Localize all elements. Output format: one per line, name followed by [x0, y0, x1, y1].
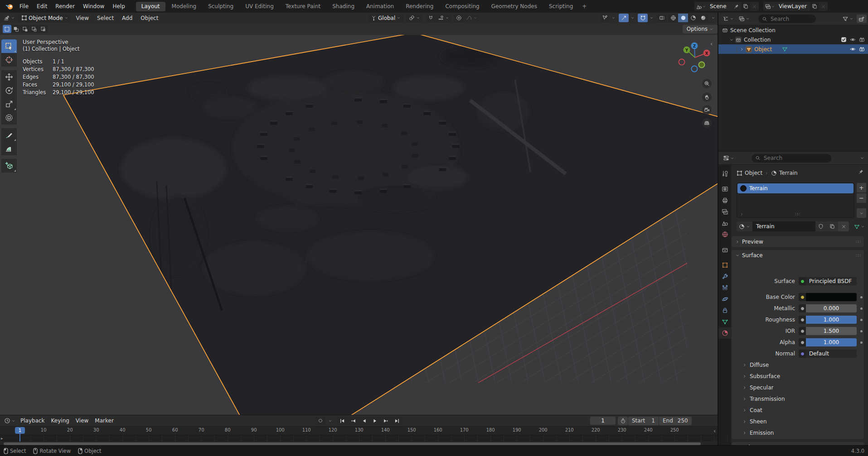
- view-layer-name[interactable]: ViewLayer: [777, 2, 810, 11]
- select-intersect-button[interactable]: [39, 25, 48, 33]
- tab-layout[interactable]: Layout: [136, 2, 165, 11]
- checkbox-toggle[interactable]: [839, 37, 848, 43]
- animate-dot[interactable]: [860, 319, 863, 321]
- field-alpha[interactable]: 1.000: [799, 338, 857, 346]
- viewport-menu-select[interactable]: Select: [94, 14, 117, 22]
- options-button[interactable]: Options: [683, 25, 718, 34]
- color-swatch[interactable]: [806, 293, 857, 301]
- play-reverse-button[interactable]: [359, 417, 369, 425]
- outliner-row-scene-collection[interactable]: Scene Collection: [718, 25, 868, 35]
- properties-tab-modifiers[interactable]: [718, 271, 731, 282]
- field-surface[interactable]: Principled BSDF: [799, 277, 857, 285]
- field-metallic[interactable]: 0.000: [799, 304, 857, 312]
- select-set-button[interactable]: [3, 25, 11, 33]
- expand-chevron-icon[interactable]: [740, 47, 744, 52]
- preview-panel-header[interactable]: Preview∷∷: [732, 236, 864, 247]
- scene-name[interactable]: Scene: [708, 2, 732, 11]
- expand-chevron-icon[interactable]: [729, 38, 734, 42]
- blender-logo-icon[interactable]: [5, 2, 14, 10]
- tab-rendering[interactable]: Rendering: [400, 2, 439, 11]
- jump-to-start-button[interactable]: [337, 417, 348, 425]
- select-extend-button[interactable]: [12, 25, 20, 33]
- scene-pin-button[interactable]: [732, 2, 741, 11]
- material-name-field[interactable]: Terrain: [752, 221, 815, 231]
- tab-shading[interactable]: Shading: [327, 2, 360, 11]
- gizmos-toggle[interactable]: [619, 14, 629, 22]
- axis-gizmo[interactable]: Z Y X: [679, 43, 710, 72]
- previous-keyframe-button[interactable]: [348, 417, 359, 425]
- tool-transform[interactable]: [1, 111, 17, 125]
- shading-wireframe-button[interactable]: [668, 14, 678, 22]
- select-invert-button[interactable]: [30, 25, 39, 33]
- sidebar-collapse-icon[interactable]: ‹: [710, 40, 713, 47]
- tab-modeling[interactable]: Modeling: [166, 2, 202, 11]
- overlays-toggle[interactable]: [638, 14, 648, 22]
- properties-tab-scene[interactable]: [718, 217, 731, 229]
- subpanel-sheen[interactable]: Sheen: [742, 417, 767, 426]
- new-material-button[interactable]: [826, 221, 838, 231]
- snap-target-selector[interactable]: [436, 14, 451, 22]
- disable-render-toggle[interactable]: [857, 46, 866, 52]
- properties-tab-material[interactable]: [718, 327, 731, 339]
- menu-window[interactable]: Window: [79, 2, 108, 11]
- auto-keyframe-toggle[interactable]: [315, 417, 325, 425]
- view-layer-copy-button[interactable]: [810, 2, 819, 11]
- animate-dot[interactable]: [860, 341, 863, 344]
- tool-scale[interactable]: [1, 97, 17, 111]
- viewport-menu-object[interactable]: Object: [137, 14, 161, 22]
- timeline-editor-type-button[interactable]: [2, 417, 17, 425]
- properties-tab-render[interactable]: [718, 183, 731, 195]
- proportional-edit-toggle[interactable]: [454, 14, 464, 22]
- breadcrumb-data[interactable]: Terrain: [779, 170, 798, 176]
- start-frame-field[interactable]: Start1: [628, 417, 659, 425]
- next-keyframe-button[interactable]: [380, 417, 391, 425]
- outliner-search-input[interactable]: [770, 15, 812, 23]
- subpanel-emission[interactable]: Emission: [742, 428, 774, 437]
- tab-geometry-nodes[interactable]: Geometry Nodes: [486, 2, 543, 11]
- disable-render-toggle[interactable]: [857, 37, 866, 43]
- object-visibility-toggle-dropdown[interactable]: [610, 14, 617, 22]
- play-button[interactable]: [369, 417, 380, 425]
- outliner-row-object[interactable]: Object: [718, 44, 868, 54]
- properties-tab-object-data[interactable]: [718, 316, 731, 327]
- slot-specials-button[interactable]: [856, 208, 867, 218]
- menu-edit[interactable]: Edit: [33, 2, 51, 11]
- current-frame-badge[interactable]: 1: [15, 427, 25, 434]
- menu-render[interactable]: Render: [51, 2, 79, 11]
- new-collection-button[interactable]: [857, 14, 867, 23]
- browse-material-button[interactable]: [737, 221, 752, 231]
- tool-annotate[interactable]: [1, 128, 17, 142]
- viewport-menu-add[interactable]: Add: [119, 14, 136, 22]
- pin-id-button[interactable]: [858, 169, 865, 176]
- properties-search-input[interactable]: [763, 154, 805, 162]
- properties-tab-world[interactable]: [718, 229, 731, 240]
- outliner-filter-mode-button[interactable]: [737, 14, 752, 23]
- overlays-toggle-dropdown[interactable]: [648, 14, 655, 22]
- playhead-line[interactable]: [19, 434, 20, 442]
- animate-dot[interactable]: [860, 307, 863, 310]
- subpanel-coat[interactable]: Coat: [742, 406, 762, 415]
- object-visibility-toggle[interactable]: [600, 14, 610, 22]
- properties-tab-output[interactable]: [718, 195, 731, 206]
- volume-panel-header[interactable]: Volume∷∷: [732, 442, 864, 445]
- shading-solid-button[interactable]: [678, 14, 688, 22]
- tool-measure[interactable]: [1, 142, 17, 155]
- falloff-selector[interactable]: [464, 14, 479, 22]
- camera-view-button[interactable]: [702, 105, 712, 115]
- xray-toggle[interactable]: [657, 14, 667, 22]
- hide-viewport-toggle[interactable]: [848, 46, 857, 52]
- pivot-point-selector[interactable]: [406, 14, 423, 22]
- end-frame-field[interactable]: End250: [659, 417, 692, 425]
- scene-unlink-button[interactable]: [750, 2, 759, 11]
- subpanel-subsurface[interactable]: Subsurface: [742, 372, 780, 381]
- subpanel-diffuse[interactable]: Diffuse: [742, 360, 769, 370]
- unlink-material-button[interactable]: [838, 221, 849, 231]
- field-roughness[interactable]: 1.000: [799, 316, 857, 324]
- tool-select-box[interactable]: [1, 39, 17, 53]
- field-base-color[interactable]: [799, 293, 857, 301]
- shading-dropdown[interactable]: [709, 14, 717, 22]
- tab-scripting[interactable]: Scripting: [543, 2, 578, 11]
- animate-dot[interactable]: [860, 296, 863, 298]
- timeline-menu-keying[interactable]: Keying: [48, 417, 73, 425]
- 3d-viewport[interactable]: User Perspective(1) Collection | ObjectO…: [0, 35, 718, 415]
